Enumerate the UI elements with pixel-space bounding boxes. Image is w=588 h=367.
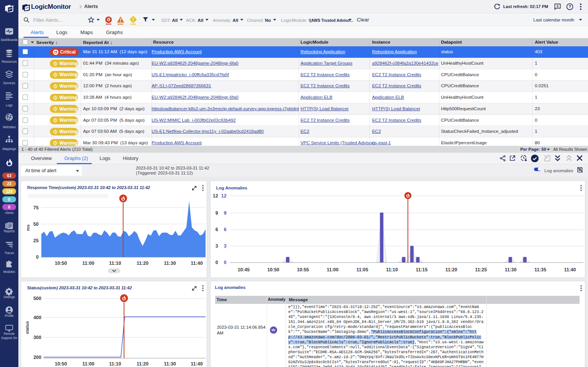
svg-text:11:30: 11:30 — [164, 261, 176, 266]
svg-text:11:05: 11:05 — [356, 267, 368, 272]
svg-text:11:40: 11:40 — [191, 361, 203, 367]
svg-text:9: 9 — [215, 210, 218, 216]
svg-text:11:15: 11:15 — [416, 267, 428, 272]
svg-text:50: 50 — [33, 221, 39, 227]
svg-text:11:20: 11:20 — [445, 267, 457, 272]
svg-text:200: 200 — [33, 355, 41, 360]
svg-text:11:40: 11:40 — [191, 261, 203, 266]
svg-text:11:00: 11:00 — [82, 361, 94, 367]
svg-text:10:55: 10:55 — [297, 267, 309, 272]
svg-text:400: 400 — [33, 315, 41, 320]
svg-text:?: ? — [568, 4, 571, 9]
svg-text:12: 12 — [221, 193, 226, 199]
svg-text:10:50: 10:50 — [55, 261, 67, 266]
svg-text:11:30: 11:30 — [164, 361, 176, 367]
svg-text:3: 3 — [215, 243, 218, 249]
svg-text:11:10: 11:10 — [109, 261, 121, 266]
svg-text:6: 6 — [215, 227, 218, 232]
svg-text:ms: ms — [26, 224, 30, 231]
svg-text:11:10: 11:10 — [386, 267, 398, 272]
svg-text:11:10: 11:10 — [109, 361, 121, 367]
svg-text:10:45: 10:45 — [237, 267, 250, 272]
svg-text:0: 0 — [215, 260, 218, 265]
svg-text:11:00: 11:00 — [82, 261, 94, 266]
svg-text:10:50: 10:50 — [55, 361, 67, 367]
svg-text:3: 3 — [224, 243, 226, 249]
svg-text:9: 9 — [224, 210, 226, 216]
svg-text:0: 0 — [224, 260, 226, 265]
svg-text:11:25: 11:25 — [475, 267, 487, 272]
svg-text:11:20: 11:20 — [137, 261, 149, 266]
svg-text:3: 3 — [557, 4, 559, 8]
svg-text:11:00: 11:00 — [327, 267, 338, 272]
svg-text:12: 12 — [212, 193, 218, 199]
svg-text:status: status — [25, 321, 29, 334]
svg-text:11:20: 11:20 — [137, 361, 149, 367]
svg-text:500: 500 — [33, 296, 41, 301]
svg-text:11:30: 11:30 — [505, 267, 516, 272]
svg-text:75: 75 — [33, 205, 39, 210]
svg-text:0: 0 — [36, 254, 39, 260]
svg-text:25: 25 — [33, 238, 39, 243]
svg-text:300: 300 — [33, 335, 41, 340]
svg-text:11:40: 11:40 — [564, 267, 576, 272]
svg-text:6: 6 — [224, 227, 226, 232]
svg-text:11:35: 11:35 — [534, 267, 546, 272]
svg-text:10:50: 10:50 — [267, 267, 279, 272]
